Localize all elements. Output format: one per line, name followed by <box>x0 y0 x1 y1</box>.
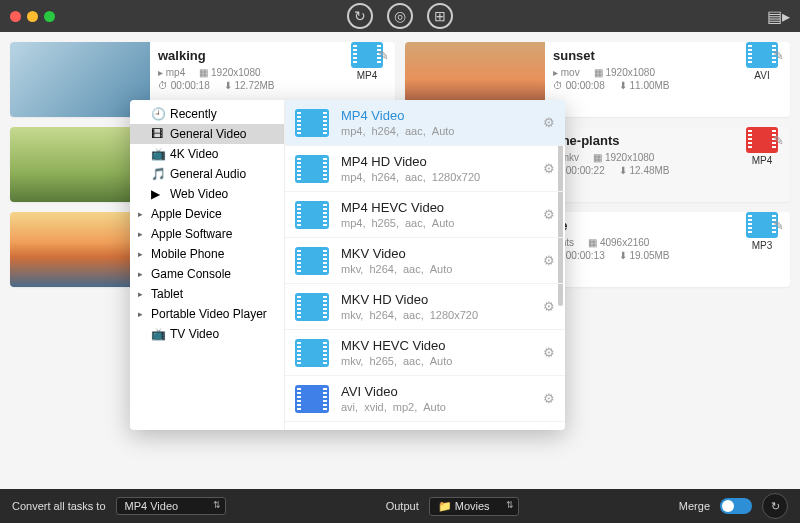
category-label: Portable Video Player <box>151 307 267 321</box>
format-codec: avi,xvid,mp2,Auto <box>341 401 452 413</box>
category-item[interactable]: 🎞General Video <box>130 124 284 144</box>
gear-icon[interactable]: ⚙ <box>543 299 555 314</box>
maximize-window-button[interactable] <box>44 11 55 22</box>
gear-icon[interactable]: ⚙ <box>543 253 555 268</box>
category-item[interactable]: ▸Game Console <box>130 264 284 284</box>
format-list: MP4 Videomp4,h264,aac,Auto⚙MP4 HD Videom… <box>285 100 565 430</box>
convert-all-label: Convert all tasks to <box>12 500 106 512</box>
format-item[interactable]: MKV HEVC Videomkv,h265,aac,Auto⚙ <box>285 330 565 376</box>
category-item[interactable]: ▸Apple Device <box>130 204 284 224</box>
4k-icon: 📺 <box>151 147 165 161</box>
category-item[interactable]: 📺TV Video <box>130 324 284 344</box>
video-title: ce <box>553 218 732 233</box>
merge-label: Merge <box>679 500 710 512</box>
top-icon-bar: ↻ ◎ ⊞ <box>347 3 453 29</box>
category-item[interactable]: ▸Apple Software <box>130 224 284 244</box>
output-label: Output <box>386 500 419 512</box>
audio-icon: 🎵 <box>151 167 165 181</box>
container-label: ▸ mp4 <box>158 67 185 78</box>
container-label: ▸ mov <box>553 67 580 78</box>
format-thumb-icon <box>295 293 329 321</box>
edit-icon[interactable]: ✎ <box>773 48 784 63</box>
video-title: walking <box>158 48 337 63</box>
format-codec: mkv,h265,aac,Auto <box>341 355 458 367</box>
format-info: MP4 Videomp4,h264,aac,Auto <box>341 108 460 137</box>
gear-icon[interactable]: ⚙ <box>543 391 555 406</box>
size-label: ⬇ 12.72MB <box>224 80 275 91</box>
category-list: 🕘Recently🎞General Video📺4K Video🎵General… <box>130 100 285 430</box>
category-label: TV Video <box>170 327 219 341</box>
merge-toggle[interactable] <box>720 498 752 514</box>
format-name: MP4 Video <box>341 108 460 123</box>
video-thumbnail <box>10 212 150 287</box>
size-label: ⬇ 19.05MB <box>619 250 670 261</box>
video-icon: 🎞 <box>151 127 165 141</box>
clock-icon: 🕘 <box>151 107 165 121</box>
format-thumb-icon <box>295 247 329 275</box>
category-item[interactable]: 🎵General Audio <box>130 164 284 184</box>
format-info: MKV Videomkv,h264,aac,Auto <box>341 246 458 275</box>
video-title: sunset <box>553 48 732 63</box>
gear-icon[interactable]: ⚙ <box>543 115 555 130</box>
format-name: AVI Video <box>341 384 452 399</box>
category-item[interactable]: ▸Portable Video Player <box>130 304 284 324</box>
video-thumbnail <box>10 42 150 117</box>
category-label: Web Video <box>170 187 228 201</box>
format-name: MP4 HD Video <box>341 154 486 169</box>
video-title: rine-plants <box>553 133 732 148</box>
category-item[interactable]: 🕘Recently <box>130 104 284 124</box>
category-label: Recently <box>170 107 217 121</box>
gear-icon[interactable]: ⚙ <box>543 207 555 222</box>
category-label: 4K Video <box>170 147 219 161</box>
category-label: Tablet <box>151 287 183 301</box>
format-item[interactable]: AVI Videoavi,xvid,mp2,Auto⚙ <box>285 376 565 422</box>
format-name: MP4 HEVC Video <box>341 200 460 215</box>
playlist-icon[interactable]: ▤▸ <box>767 7 790 26</box>
close-window-button[interactable] <box>10 11 21 22</box>
format-item[interactable]: MP4 Videomp4,h264,aac,Auto⚙ <box>285 100 565 146</box>
format-thumb-icon <box>295 385 329 413</box>
format-info: MKV HEVC Videomkv,h265,aac,Auto <box>341 338 458 367</box>
expand-arrow-icon: ▸ <box>138 289 146 299</box>
minimize-window-button[interactable] <box>27 11 38 22</box>
category-item[interactable]: ▸Mobile Phone <box>130 244 284 264</box>
format-item[interactable]: MKV Videomkv,h264,aac,Auto⚙ <box>285 238 565 284</box>
duration-label: ⏱ 00:00:08 <box>553 80 605 91</box>
format-thumb-icon <box>295 109 329 137</box>
resolution-label: ▦ 1920x1080 <box>594 67 655 78</box>
format-item[interactable]: MP4 HD Videomp4,h264,aac,1280x720⚙ <box>285 146 565 192</box>
format-item[interactable]: MP4 HEVC Videomp4,h265,aac,Auto⚙ <box>285 192 565 238</box>
format-info: AVI Videoavi,xvid,mp2,Auto <box>341 384 452 413</box>
refresh-icon[interactable]: ↻ <box>347 3 373 29</box>
category-label: Apple Software <box>151 227 232 241</box>
category-item[interactable]: ▶Web Video <box>130 184 284 204</box>
film-icon[interactable]: ⊞ <box>427 3 453 29</box>
size-label: ⬇ 12.48MB <box>619 165 670 176</box>
format-info: MP4 HEVC Videomp4,h265,aac,Auto <box>341 200 460 229</box>
format-name: MKV HEVC Video <box>341 338 458 353</box>
category-item[interactable]: ▸Tablet <box>130 284 284 304</box>
convert-format-select[interactable]: MP4 Video <box>116 497 226 515</box>
window-controls <box>10 11 55 22</box>
edit-icon[interactable]: ✎ <box>773 133 784 148</box>
format-info: MP4 HD Videomp4,h264,aac,1280x720 <box>341 154 486 183</box>
category-label: General Audio <box>170 167 246 181</box>
edit-icon[interactable]: ✎ <box>773 218 784 233</box>
start-button[interactable]: ↻ <box>762 493 788 519</box>
card-body: ce▸ nts▦ 4096x2160⏱ 00:00:13⬇ 19.05MB <box>545 212 740 287</box>
edit-icon[interactable]: ✎ <box>378 48 389 63</box>
disc-icon[interactable]: ◎ <box>387 3 413 29</box>
format-item[interactable]: MKV HD Videomkv,h264,aac,1280x720⚙ <box>285 284 565 330</box>
format-codec: mkv,h264,aac,1280x720 <box>341 309 484 321</box>
output-folder-select[interactable]: 📁 Movies <box>429 497 519 516</box>
format-thumb-icon <box>295 339 329 367</box>
format-codec: mp4,h264,aac,Auto <box>341 125 460 137</box>
category-label: Game Console <box>151 267 231 281</box>
category-item[interactable]: 📺4K Video <box>130 144 284 164</box>
gear-icon[interactable]: ⚙ <box>543 345 555 360</box>
format-codec: mkv,h264,aac,Auto <box>341 263 458 275</box>
format-codec: mp4,h264,aac,1280x720 <box>341 171 486 183</box>
duration-label: ⏱ 00:00:18 <box>158 80 210 91</box>
web-icon: ▶ <box>151 187 165 201</box>
gear-icon[interactable]: ⚙ <box>543 161 555 176</box>
